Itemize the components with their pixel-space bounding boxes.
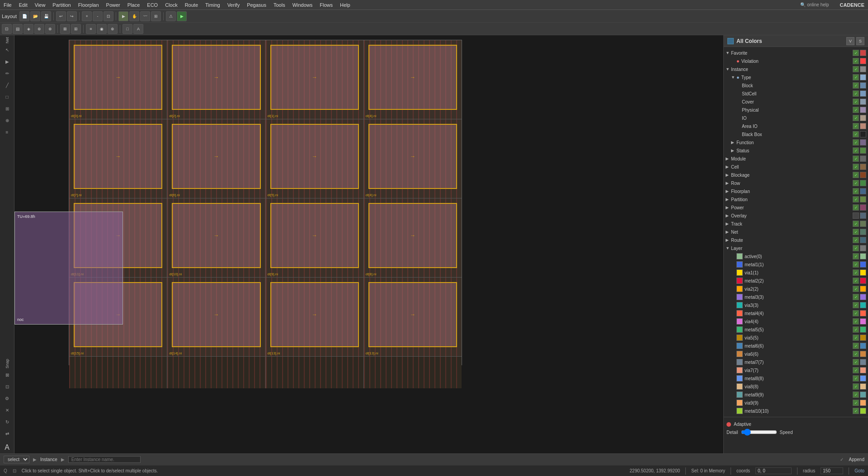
- blockage-color-swatch[interactable]: [860, 172, 866, 178]
- module-color-swatch[interactable]: [860, 156, 866, 162]
- row-vis-check[interactable]: ✓: [853, 180, 859, 186]
- layer-item-color-swatch[interactable]: [860, 302, 866, 308]
- favorite-vis-check[interactable]: ✓: [853, 50, 859, 56]
- tree-favorite[interactable]: ▼ Favorite ✓: [724, 49, 868, 57]
- layer-item-vis-check[interactable]: ✓: [853, 351, 859, 357]
- area-io-color-swatch[interactable]: [860, 123, 866, 129]
- tree-layer-metal10-10-[interactable]: metal10(10) ✓: [724, 407, 868, 415]
- block-vis-check[interactable]: ✓: [853, 82, 859, 89]
- cell-1-1[interactable]: → dl[6].ni: [167, 119, 265, 198]
- coords-input[interactable]: [755, 467, 792, 474]
- tree-route[interactable]: ▶ Route ✓: [724, 236, 868, 244]
- toolbar-zoom-out-btn[interactable]: -: [93, 11, 103, 21]
- layer-item-color-swatch[interactable]: [860, 253, 866, 259]
- tree-black-box[interactable]: Black Box ✓: [724, 130, 868, 138]
- layer-item-vis-check[interactable]: ✓: [853, 269, 859, 276]
- type-color-swatch[interactable]: [860, 74, 866, 80]
- tree-overlay[interactable]: ▶ Overlay: [724, 212, 868, 220]
- floorplan-color-swatch[interactable]: [860, 188, 866, 194]
- tree-layer-via7-7-[interactable]: via7(7) ✓: [724, 366, 868, 374]
- layer-item-color-swatch[interactable]: [860, 335, 866, 341]
- layer-item-vis-check[interactable]: ✓: [853, 359, 859, 365]
- physical-vis-check[interactable]: ✓: [853, 107, 859, 113]
- layer-item-color-swatch[interactable]: [860, 310, 866, 316]
- tree-layer-via8-8-[interactable]: via8(8) ✓: [724, 382, 868, 391]
- tree-io[interactable]: IO ✓: [724, 114, 868, 122]
- lp-measure-btn[interactable]: ⊕: [2, 115, 13, 126]
- layer-item-color-swatch[interactable]: [860, 326, 866, 333]
- select-dropdown[interactable]: select: [4, 456, 29, 463]
- toolbar-route-btn[interactable]: ⊞: [151, 11, 161, 21]
- cover-vis-check[interactable]: ✓: [853, 99, 859, 105]
- layer-item-vis-check[interactable]: ✓: [853, 310, 859, 316]
- toolbar-select-btn[interactable]: ▶: [118, 11, 128, 21]
- tree-layer-via9-9-[interactable]: via9(9) ✓: [724, 399, 868, 407]
- power-color-swatch[interactable]: [860, 204, 866, 211]
- tree-track[interactable]: ▶ Track ✓: [724, 220, 868, 228]
- io-vis-check[interactable]: ✓: [853, 115, 859, 121]
- stdcell-vis-check[interactable]: ✓: [853, 90, 859, 97]
- cell-1-0[interactable]: → dl[7].ni: [69, 119, 167, 198]
- toolbar-new-btn[interactable]: 📄: [19, 11, 29, 21]
- tb2-snap-btn[interactable]: ⊠: [60, 24, 70, 34]
- status-color-swatch[interactable]: [860, 147, 866, 154]
- instance-vis-check[interactable]: ✓: [853, 66, 859, 72]
- design-view[interactable]: → dl[3].ni → dl[2].ni →: [69, 40, 462, 365]
- power-vis-check[interactable]: ✓: [853, 204, 859, 211]
- tree-area-io[interactable]: Area IO ✓: [724, 122, 868, 130]
- cell-color-swatch[interactable]: [860, 164, 866, 170]
- tree-layer-metal3-3-[interactable]: metal3(3) ✓: [724, 293, 868, 301]
- instance-input[interactable]: [68, 456, 141, 463]
- tree-layer-via5-5-[interactable]: via5(5) ✓: [724, 334, 868, 342]
- canvas-area[interactable]: → dl[3].ni → dl[2].ni →: [14, 35, 723, 453]
- tree-violation[interactable]: ● Violation ✓: [724, 57, 868, 65]
- tb2-pin-btn[interactable]: ⊕: [108, 24, 118, 34]
- net-color-swatch[interactable]: [860, 229, 866, 235]
- menu-help[interactable]: Help: [336, 1, 354, 9]
- partition-vis-check[interactable]: ✓: [853, 196, 859, 203]
- layer-item-vis-check[interactable]: ✓: [853, 343, 859, 349]
- cell-3-3[interactable]: → dl[13].ni: [364, 278, 462, 356]
- menu-clock[interactable]: Clock: [161, 1, 181, 9]
- colors-v-btn[interactable]: V: [846, 37, 854, 45]
- stdcell-color-swatch[interactable]: [860, 90, 866, 97]
- black-box-vis-check[interactable]: ✓: [853, 131, 859, 137]
- menu-view[interactable]: View: [31, 1, 49, 9]
- tree-layer[interactable]: ▼ Layer ✓: [724, 244, 868, 252]
- tree-layer-metal2-2-[interactable]: metal2(2) ✓: [724, 277, 868, 285]
- layer-item-vis-check[interactable]: ✓: [853, 261, 859, 268]
- lp-flip-btn[interactable]: ⇄: [2, 428, 13, 439]
- tb2-btn2[interactable]: ▤: [13, 24, 23, 34]
- function-vis-check[interactable]: ✓: [853, 139, 859, 146]
- tree-power[interactable]: ▶ Power ✓: [724, 203, 868, 212]
- lp-arrow-btn[interactable]: ↖: [2, 44, 13, 55]
- tree-layer-via6-6-[interactable]: via6(6) ✓: [724, 350, 868, 358]
- tree-floorplan[interactable]: ▶ Floorplan ✓: [724, 187, 868, 195]
- black-box-color-swatch[interactable]: [860, 131, 866, 137]
- menu-eco[interactable]: ECO: [143, 1, 161, 9]
- layer-item-vis-check[interactable]: ✓: [853, 400, 859, 406]
- cell-vis-check[interactable]: ✓: [853, 164, 859, 170]
- cell-1-3[interactable]: → dl[4].ni: [364, 119, 462, 198]
- layer-item-color-swatch[interactable]: [860, 343, 866, 349]
- function-color-swatch[interactable]: [860, 139, 866, 146]
- layer-item-color-swatch[interactable]: [860, 367, 866, 373]
- tree-type[interactable]: ▼ ● Type ✓: [724, 73, 868, 81]
- physical-color-swatch[interactable]: [860, 107, 866, 113]
- tree-layer-metal8-8-[interactable]: metal8(8) ✓: [724, 374, 868, 382]
- violation-vis-check[interactable]: ✓: [853, 58, 859, 64]
- instance-btn[interactable]: Instance: [40, 457, 57, 462]
- tb2-grid-btn[interactable]: ⊞: [71, 24, 81, 34]
- lp-wire-btn[interactable]: ⊞: [2, 103, 13, 114]
- tree-instance[interactable]: ▼ Instance ✓: [724, 65, 868, 73]
- tb2-btn1[interactable]: ⊡: [2, 24, 12, 34]
- layer-item-vis-check[interactable]: ✓: [853, 278, 859, 284]
- menu-pegasus[interactable]: Pegasus: [243, 1, 270, 9]
- menu-route[interactable]: Route: [181, 1, 202, 9]
- cell-1-2[interactable]: → dl[5].ni: [266, 119, 364, 198]
- toolbar-open-btn[interactable]: 📂: [30, 11, 40, 21]
- detail-slider[interactable]: [741, 429, 777, 436]
- layer-item-color-swatch[interactable]: [860, 278, 866, 284]
- block-color-swatch[interactable]: [860, 82, 866, 89]
- layer-item-vis-check[interactable]: ✓: [853, 391, 859, 398]
